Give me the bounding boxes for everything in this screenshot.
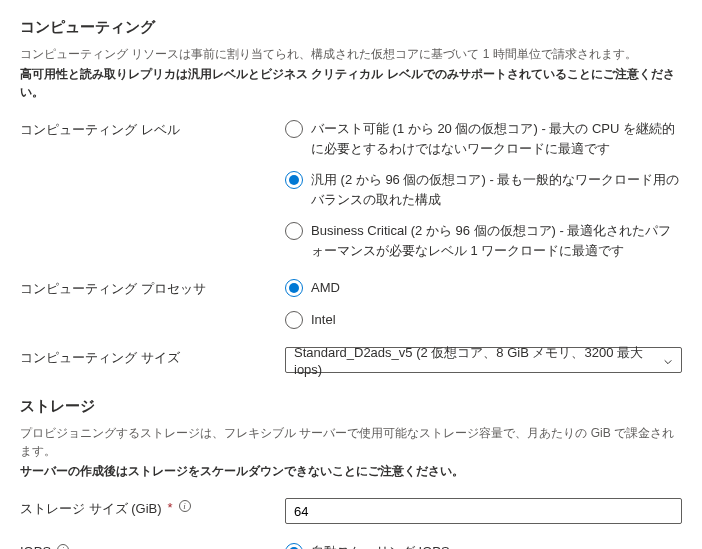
compute-processor-amd-text: AMD [311, 278, 340, 298]
compute-tier-burstable[interactable]: バースト可能 (1 から 20 個の仮想コア) - 最大の CPU を継続的に必… [285, 119, 682, 158]
compute-processor-label: コンピューティング プロセッサ [20, 278, 285, 329]
chevron-down-icon [663, 355, 673, 365]
compute-tier-general[interactable]: 汎用 (2 から 96 個の仮想コア) - 最も一般的なワークロード用のバランス… [285, 170, 682, 209]
compute-processor-intel-text: Intel [311, 310, 336, 330]
storage-size-label: ストレージ サイズ (GiB)* i [20, 498, 285, 524]
storage-description: プロビジョニングするストレージは、フレキシブル サーバーで使用可能なストレージ容… [20, 424, 682, 460]
compute-tier-business-critical[interactable]: Business Critical (2 から 96 個の仮想コア) - 最適化… [285, 221, 682, 260]
compute-tier-general-text: 汎用 (2 から 96 個の仮想コア) - 最も一般的なワークロード用のバランス… [311, 170, 682, 209]
storage-description-bold: サーバーの作成後はストレージをスケールダウンできないことにご注意ください。 [20, 464, 464, 478]
iops-auto-scaling-text: 自動スケーリング IOPS [311, 542, 450, 549]
compute-size-select[interactable]: Standard_D2ads_v5 (2 仮想コア、8 GiB メモリ、3200… [285, 347, 682, 373]
compute-size-label: コンピューティング サイズ [20, 347, 285, 373]
radio-icon [285, 279, 303, 297]
required-asterisk: * [168, 500, 173, 515]
storage-section-title: ストレージ [20, 397, 682, 416]
iops-label: IOPS i [20, 542, 285, 549]
radio-icon [285, 543, 303, 549]
compute-section-title: コンピューティング [20, 18, 682, 37]
radio-icon [285, 171, 303, 189]
storage-size-input[interactable] [285, 498, 682, 524]
info-icon[interactable]: i [179, 500, 191, 512]
compute-processor-amd[interactable]: AMD [285, 278, 682, 298]
info-icon[interactable]: i [57, 544, 69, 549]
compute-processor-intel[interactable]: Intel [285, 310, 682, 330]
compute-tier-burstable-text: バースト可能 (1 から 20 個の仮想コア) - 最大の CPU を継続的に必… [311, 119, 682, 158]
iops-auto-scaling[interactable]: 自動スケーリング IOPS [285, 542, 682, 549]
compute-description-bold: 高可用性と読み取りレプリカは汎用レベルとビジネス クリティカル レベルでのみサポ… [20, 67, 675, 99]
radio-icon [285, 222, 303, 240]
compute-size-value: Standard_D2ads_v5 (2 仮想コア、8 GiB メモリ、3200… [294, 344, 663, 377]
compute-tier-label: コンピューティング レベル [20, 119, 285, 260]
radio-icon [285, 311, 303, 329]
compute-description: コンピューティング リソースは事前に割り当てられ、構成された仮想コアに基づいて … [20, 45, 682, 63]
radio-icon [285, 120, 303, 138]
compute-tier-business-critical-text: Business Critical (2 から 96 個の仮想コア) - 最適化… [311, 221, 682, 260]
